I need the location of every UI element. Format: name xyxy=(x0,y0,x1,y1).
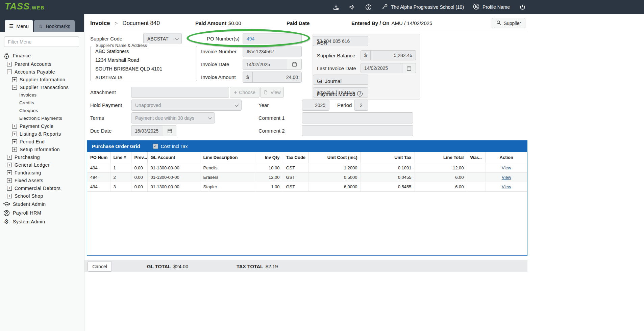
sidebar-item-supplier-information[interactable]: +Supplier Information xyxy=(0,76,84,83)
grid-column-header[interactable]: Prev... xyxy=(131,152,147,163)
attachment-input[interactable] xyxy=(131,87,229,98)
comment1-input[interactable] xyxy=(302,112,413,123)
grid-column-header[interactable]: Line Total xyxy=(415,152,467,163)
sidebar-item-payment-cycle[interactable]: +Payment Cycle xyxy=(0,122,84,130)
sidebar-item-accounts-payable[interactable]: −Accounts Payable xyxy=(0,68,84,76)
sidebar-item-commercial-debtors[interactable]: +Commercial Debtors xyxy=(0,184,84,192)
expand-icon[interactable]: + xyxy=(7,178,12,183)
sidebar-item-fixed-assets[interactable]: +Fixed Assets xyxy=(0,176,84,184)
hold-payment-select[interactable]: Unapproved xyxy=(131,100,242,111)
grid-cell xyxy=(467,163,486,173)
po-numbers-input[interactable]: 494 xyxy=(243,33,302,44)
grid-column-header[interactable]: Unit Cost (inc) xyxy=(308,152,361,163)
download-icon[interactable] xyxy=(332,3,340,11)
grid-cell: 0.00 xyxy=(131,163,147,173)
sidebar-item-school-shop[interactable]: +School Shop xyxy=(0,192,84,200)
announcements-icon[interactable] xyxy=(349,3,356,11)
tab-bookmarks[interactable]: ☆ Bookmarks xyxy=(34,20,75,32)
profile-menu[interactable]: Profile Name xyxy=(473,3,510,11)
expand-icon[interactable]: + xyxy=(12,132,17,136)
sidebar-item-system-admin[interactable]: ⚙System Admin xyxy=(0,217,84,226)
abn-label: ABN xyxy=(317,36,327,49)
filter-menu-input[interactable] xyxy=(4,36,79,47)
balance-currency-prefix: $ xyxy=(361,50,371,60)
profile-name: Profile Name xyxy=(482,4,510,10)
expand-icon[interactable]: + xyxy=(12,147,17,152)
sidebar-item-listings-reports[interactable]: +Listings & Reports xyxy=(0,130,84,138)
sidebar-item-electronic-payments[interactable]: Electronic Payments xyxy=(0,114,84,122)
grid-column-header[interactable]: GL Account xyxy=(147,152,200,163)
collapse-icon[interactable]: − xyxy=(7,70,12,74)
grid-column-header[interactable]: Action xyxy=(486,152,527,163)
invoice-date-input[interactable]: 14/02/2025 xyxy=(243,59,287,70)
sidebar-item-label: Payment Cycle xyxy=(20,123,54,129)
supplier-code-select[interactable]: ABCSTAT xyxy=(143,33,182,44)
comment2-input[interactable] xyxy=(302,125,413,136)
row-view-link[interactable]: View xyxy=(502,165,511,170)
info-icon[interactable]: i xyxy=(357,91,363,96)
row-view-link[interactable]: View xyxy=(502,184,511,189)
cost-incl-tax-checkbox[interactable]: ✓ Cost Incl Tax xyxy=(153,144,188,149)
logo-text: TASS xyxy=(5,1,30,11)
expand-icon[interactable]: + xyxy=(7,194,12,198)
sidebar-item-setup-information[interactable]: +Setup Information xyxy=(0,145,84,153)
expand-icon[interactable]: + xyxy=(12,139,17,144)
expand-icon[interactable]: + xyxy=(12,124,17,129)
collapse-icon[interactable]: − xyxy=(12,85,17,90)
expand-icon[interactable]: + xyxy=(7,186,12,191)
sidebar-item-invoices[interactable]: Invoices xyxy=(0,91,84,99)
due-date-input[interactable]: 16/03/2025 xyxy=(131,125,163,136)
sidebar-item-payroll-hrm[interactable]: Payroll HRM xyxy=(0,209,84,217)
sidebar-item-student-admin[interactable]: Student Admin xyxy=(0,200,84,209)
sidebar-item-cheques[interactable]: Cheques xyxy=(0,107,84,114)
school-selector[interactable]: The Alpha Progressive School (10) xyxy=(381,3,464,11)
sidebar-item-fundraising[interactable]: +Fundraising xyxy=(0,169,84,176)
school-name: The Alpha Progressive School (10) xyxy=(391,4,464,10)
due-date-calendar-button[interactable] xyxy=(163,125,176,136)
grid-column-header[interactable]: Line # xyxy=(110,152,131,163)
sidebar-item-finance[interactable]: $Finance xyxy=(0,51,84,60)
supplier-button[interactable]: Supplier xyxy=(492,18,525,28)
help-icon[interactable] xyxy=(365,3,372,11)
invoice-number-label: Invoice Number xyxy=(201,46,237,57)
grid-column-header[interactable]: PO Num xyxy=(87,152,110,163)
invoice-amount-input[interactable]: 24.00 xyxy=(253,72,302,83)
grid-cell: GST xyxy=(283,182,308,192)
sidebar-item-label: Supplier Information xyxy=(20,77,65,82)
sidebar-item-purchasing[interactable]: +Purchasing xyxy=(0,153,84,161)
expand-icon[interactable]: + xyxy=(7,62,12,66)
grid-column-header[interactable]: Unit Tax xyxy=(361,152,415,163)
tass-logo[interactable]: TASS.WEB xyxy=(5,1,45,12)
person-icon xyxy=(3,209,10,217)
sidebar-item-label: General Ledger xyxy=(15,162,50,168)
grid-column-header[interactable]: Line Description xyxy=(200,152,256,163)
sidebar-item-period-end[interactable]: +Period End xyxy=(0,138,84,145)
sidebar-item-parent-accounts[interactable]: +Parent Accounts xyxy=(0,60,84,68)
sidebar-item-general-ledger[interactable]: +General Ledger xyxy=(0,161,84,169)
terms-select[interactable]: Payment due within 30 days xyxy=(131,112,215,123)
view-attachment-button[interactable]: View xyxy=(260,87,284,98)
expand-icon[interactable]: + xyxy=(12,77,17,82)
cancel-button[interactable]: Cancel xyxy=(88,261,112,272)
due-date-group: 16/03/2025 xyxy=(131,125,176,136)
invoice-number-input[interactable]: INV-1234567 xyxy=(243,46,302,57)
expand-icon[interactable]: + xyxy=(7,163,12,167)
sidebar-item-credits[interactable]: Credits xyxy=(0,99,84,107)
tax-total-label: TAX TOTAL xyxy=(237,264,263,269)
logout-icon[interactable] xyxy=(519,3,526,11)
expand-icon[interactable]: + xyxy=(7,155,12,160)
grid-column-header[interactable]: Inv Qty xyxy=(256,152,283,163)
expand-icon[interactable]: + xyxy=(7,170,12,175)
choose-attachment-button[interactable]: + Choose xyxy=(230,87,259,98)
tax-total: TAX TOTAL $2.19 xyxy=(237,260,278,273)
last-invoice-calendar-button[interactable] xyxy=(402,63,416,73)
grid-column-header[interactable]: Tax Code xyxy=(283,152,308,163)
tab-menu[interactable]: ☰ Menu xyxy=(5,20,33,32)
grid-cell: 0.5000 xyxy=(308,173,361,182)
grid-column-header[interactable]: War... xyxy=(467,152,486,163)
row-view-link[interactable]: View xyxy=(502,175,511,180)
sidebar-item-label: Credits xyxy=(19,100,34,105)
hamburger-icon: ☰ xyxy=(9,23,14,29)
sidebar-item-supplier-transactions[interactable]: −Supplier Transactions xyxy=(0,83,84,91)
invoice-date-calendar-button[interactable] xyxy=(287,59,302,70)
